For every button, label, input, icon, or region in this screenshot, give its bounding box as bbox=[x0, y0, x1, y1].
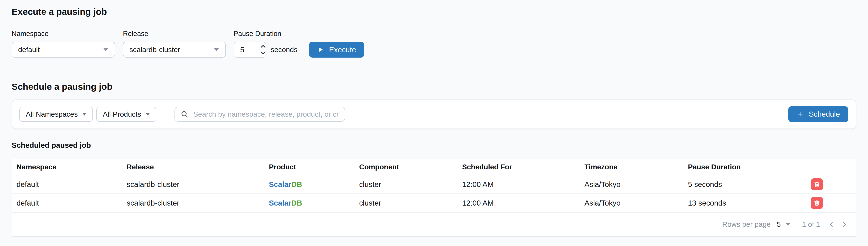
column-header-component: Component bbox=[355, 159, 458, 175]
product-filter-label: All Products bbox=[103, 110, 141, 118]
trash-icon bbox=[813, 200, 820, 207]
table-header-row: Namespace Release Product Component Sche… bbox=[12, 159, 856, 175]
pagination: Rows per page 5 1 of 1 bbox=[17, 220, 852, 229]
namespace-select-value: default bbox=[18, 45, 40, 54]
column-header-actions bbox=[803, 159, 856, 175]
play-icon bbox=[317, 46, 324, 53]
cell-product: ScalarDB bbox=[265, 175, 355, 194]
schedule-button[interactable]: Schedule bbox=[788, 106, 848, 122]
pause-duration-field: Pause Duration seconds bbox=[234, 30, 365, 58]
search-box bbox=[175, 107, 345, 121]
execute-button-label: Execute bbox=[329, 45, 356, 54]
product-filter-button[interactable]: All Products bbox=[96, 107, 156, 121]
page-status: 1 of 1 bbox=[802, 220, 820, 229]
pause-duration-label: Pause Duration bbox=[234, 30, 365, 38]
chevron-down-icon bbox=[146, 113, 150, 115]
chevron-right-icon bbox=[841, 221, 848, 227]
cell-actions bbox=[803, 194, 856, 212]
cell-scheduled-for: 12:00 AM bbox=[458, 175, 580, 194]
namespace-select[interactable]: default bbox=[12, 42, 115, 58]
chevron-left-icon bbox=[828, 221, 835, 227]
table-title: Scheduled paused job bbox=[12, 141, 856, 149]
rows-per-page-label: Rows per page bbox=[722, 220, 771, 229]
previous-page-button[interactable] bbox=[828, 221, 835, 227]
delete-button[interactable] bbox=[811, 178, 823, 190]
column-header-scheduled-for: Scheduled For bbox=[458, 159, 580, 175]
release-select-value: scalardb-cluster bbox=[129, 45, 180, 54]
table-row: default scalardb-cluster ScalarDB cluste… bbox=[12, 175, 856, 194]
cell-pause-duration: 5 seconds bbox=[684, 175, 803, 194]
column-header-pause-duration: Pause Duration bbox=[684, 159, 803, 175]
next-page-button[interactable] bbox=[841, 221, 848, 227]
trash-icon bbox=[813, 181, 820, 188]
cell-timezone: Asia/Tokyo bbox=[580, 175, 684, 194]
cell-release: scalardb-cluster bbox=[122, 175, 265, 194]
column-header-namespace: Namespace bbox=[12, 159, 122, 175]
search-input[interactable] bbox=[192, 109, 339, 119]
table-footer-row: Rows per page 5 1 of 1 bbox=[12, 212, 856, 236]
search-icon bbox=[181, 110, 188, 118]
namespace-label: Namespace bbox=[12, 30, 115, 38]
namespace-field: Namespace default bbox=[12, 30, 115, 58]
cell-namespace: default bbox=[12, 194, 122, 212]
release-field: Release scalardb-cluster bbox=[123, 30, 226, 58]
filter-toolbar: All Namespaces All Products Schedule bbox=[12, 100, 856, 129]
cell-component: cluster bbox=[355, 175, 458, 194]
execute-button[interactable]: Execute bbox=[309, 42, 364, 58]
delete-button[interactable] bbox=[811, 197, 823, 209]
namespace-filter-label: All Namespaces bbox=[26, 110, 78, 118]
rows-per-page-select[interactable] bbox=[786, 223, 790, 226]
column-header-release: Release bbox=[122, 159, 265, 175]
cell-timezone: Asia/Tokyo bbox=[580, 194, 684, 212]
plus-icon bbox=[797, 110, 804, 118]
chevron-down-icon bbox=[786, 223, 790, 226]
table-row: default scalardb-cluster ScalarDB cluste… bbox=[12, 194, 856, 212]
product-logo-db: DB bbox=[291, 199, 302, 207]
scalar-manager-pausing-page: Execute a pausing job Namespace default … bbox=[0, 0, 868, 246]
chevron-down-icon bbox=[214, 48, 219, 51]
product-logo-db: DB bbox=[291, 180, 302, 188]
column-header-product: Product bbox=[265, 159, 355, 175]
cell-actions bbox=[803, 175, 856, 194]
rows-per-page-value: 5 bbox=[777, 220, 781, 229]
scheduled-jobs-table: Namespace Release Product Component Sche… bbox=[12, 159, 856, 237]
execute-section-title: Execute a pausing job bbox=[12, 0, 856, 17]
chevron-down-icon bbox=[103, 48, 108, 51]
stepper-up-icon[interactable] bbox=[260, 44, 266, 49]
product-logo-scalar: Scalar bbox=[269, 199, 291, 207]
schedule-section-title: Schedule a pausing job bbox=[12, 81, 856, 92]
pause-duration-stepper bbox=[260, 42, 266, 57]
cell-pause-duration: 13 seconds bbox=[684, 194, 803, 212]
release-select[interactable]: scalardb-cluster bbox=[123, 42, 226, 58]
column-header-timezone: Timezone bbox=[580, 159, 684, 175]
cell-namespace: default bbox=[12, 175, 122, 194]
cell-scheduled-for: 12:00 AM bbox=[458, 194, 580, 212]
schedule-button-label: Schedule bbox=[809, 110, 840, 118]
cell-product: ScalarDB bbox=[265, 194, 355, 212]
cell-release: scalardb-cluster bbox=[122, 194, 265, 212]
pause-duration-unit: seconds bbox=[271, 45, 298, 54]
execute-form: Namespace default Release scalardb-clust… bbox=[12, 30, 856, 58]
pause-duration-input[interactable] bbox=[234, 42, 266, 58]
product-logo-scalar: Scalar bbox=[269, 180, 291, 188]
release-label: Release bbox=[123, 30, 226, 38]
namespace-filter-button[interactable]: All Namespaces bbox=[19, 107, 93, 121]
chevron-down-icon bbox=[82, 113, 87, 115]
cell-component: cluster bbox=[355, 194, 458, 212]
stepper-down-icon[interactable] bbox=[260, 50, 266, 55]
pause-duration-value[interactable] bbox=[234, 42, 260, 57]
